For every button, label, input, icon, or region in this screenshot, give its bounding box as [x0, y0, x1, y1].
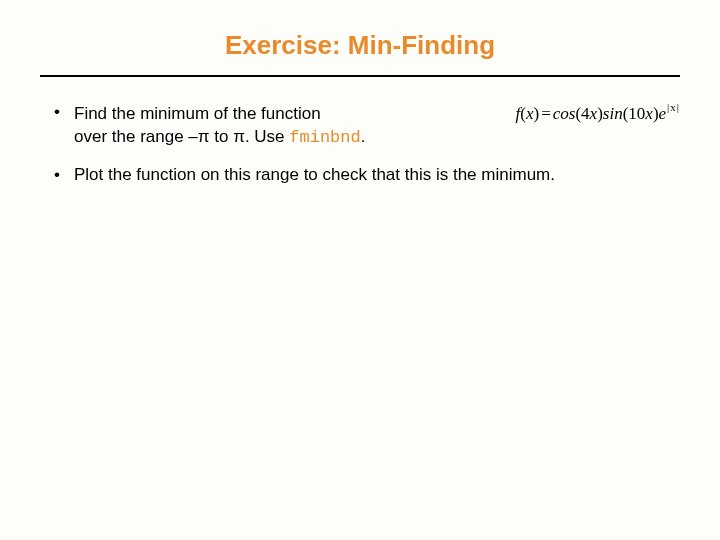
- bullet-text: Find the minimum of the function: [74, 103, 321, 126]
- bullet-list: Find the minimum of the function f(x)=co…: [40, 101, 680, 186]
- title-divider: [40, 75, 680, 77]
- formula-exponent: |x|: [666, 101, 680, 113]
- bullet-text: .: [361, 127, 366, 146]
- code-text: fminbnd: [289, 128, 360, 147]
- bullet-item: Plot the function on this range to check…: [50, 164, 680, 187]
- formula-e: e: [659, 104, 667, 123]
- formula-var: x: [670, 101, 676, 113]
- formula-cos: cos: [553, 104, 576, 123]
- bullet-line: over the range –π to π. Use fminbnd.: [74, 126, 680, 150]
- bullet-item: Find the minimum of the function f(x)=co…: [50, 101, 680, 150]
- slide-title: Exercise: Min-Finding: [40, 20, 680, 75]
- formula-num: 4: [581, 104, 590, 123]
- equals: =: [539, 104, 553, 123]
- formula-sin: sin: [603, 104, 623, 123]
- formula-num: 10: [628, 104, 645, 123]
- slide: Exercise: Min-Finding Find the minimum o…: [0, 0, 720, 540]
- formula-var: x: [645, 104, 653, 123]
- abs-bar: |: [676, 101, 680, 113]
- bullet-text: Plot the function on this range to check…: [74, 165, 555, 184]
- math-formula: f(x)=cos(4x)sin(10x)e|x|: [516, 101, 680, 126]
- formula-var: x: [590, 104, 598, 123]
- bullet-line: Find the minimum of the function f(x)=co…: [74, 101, 680, 126]
- bullet-text: over the range –π to π. Use: [74, 127, 289, 146]
